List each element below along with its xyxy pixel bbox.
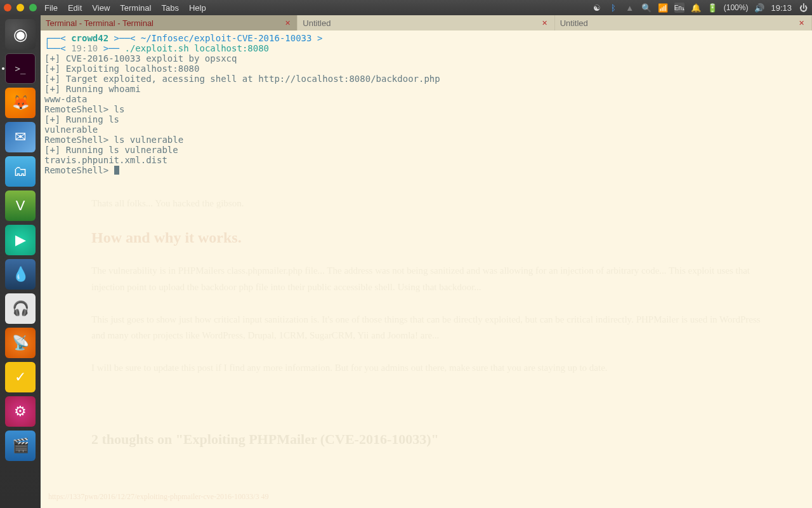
media-player-icon[interactable]: ▶ — [5, 225, 36, 255]
terminal-viewport[interactable]: ┌──< crowd42 >──< ~/Infosec/exploit-CVE-… — [41, 30, 812, 508]
menu-terminal[interactable]: Terminal — [120, 3, 151, 13]
files-icon[interactable]: 🗂 — [5, 156, 36, 187]
tab-label: Untitled — [560, 18, 588, 28]
bluetooth-icon[interactable]: ᛒ — [608, 3, 619, 13]
warning-icon[interactable]: ▲ — [625, 3, 635, 13]
window-controls — [4, 4, 37, 11]
podcast-icon[interactable]: 🎧 — [5, 293, 36, 324]
firefox-icon[interactable]: 🦊 — [5, 88, 36, 118]
top-menu-bar: File Edit View Terminal Tabs Help ☯ ᛒ ▲ … — [0, 0, 812, 15]
menu-help[interactable]: Help — [189, 3, 206, 13]
battery-icon[interactable]: 🔋 — [707, 3, 717, 13]
search-icon[interactable]: 🔍 — [641, 3, 652, 13]
tab-close-icon[interactable]: ✕ — [283, 18, 292, 27]
menu-view[interactable]: View — [92, 3, 110, 13]
clock[interactable]: 19:13 — [771, 3, 792, 13]
terminal-cursor — [114, 166, 119, 175]
thunderbird-icon[interactable]: ✉ — [5, 122, 36, 152]
dash-home-icon[interactable]: ◉ — [5, 19, 36, 50]
terminal-tabs-bar: Terminal - Terminal - Terminal ✕ Untitle… — [41, 15, 812, 30]
tab-untitled-2[interactable]: Untitled ✕ — [555, 15, 812, 30]
tab-close-icon[interactable]: ✕ — [797, 18, 806, 27]
launcher-dock: ◉ >_ 🦊 ✉ 🗂 V ▶ 💧 🎧 📡 ✓ ⚙ 🎬 — [0, 15, 41, 508]
menu-edit[interactable]: Edit — [68, 3, 82, 13]
window-maximize-button[interactable] — [29, 4, 37, 11]
window-minimize-button[interactable] — [16, 4, 24, 11]
notification-icon[interactable]: 🔔 — [691, 3, 701, 13]
terminal-app-icon[interactable]: >_ — [5, 53, 36, 84]
tab-untitled-1[interactable]: Untitled ✕ — [298, 15, 554, 30]
volume-icon[interactable]: 🔊 — [754, 3, 764, 13]
vim-icon[interactable]: V — [5, 190, 36, 221]
tab-label: Untitled — [303, 18, 331, 28]
menu-file[interactable]: File — [44, 3, 58, 13]
window-close-button[interactable] — [4, 4, 11, 11]
menu-items: File Edit View Terminal Tabs Help — [44, 3, 206, 13]
keyboard-lang-indicator[interactable]: En₁ — [674, 3, 684, 13]
app-indicator-icon[interactable]: ☯ — [592, 3, 602, 13]
settings-icon[interactable]: ⚙ — [5, 396, 36, 427]
video-app-icon[interactable]: 🎬 — [5, 431, 36, 461]
notes-icon[interactable]: ✓ — [5, 362, 36, 392]
rss-icon[interactable]: 📡 — [5, 328, 36, 358]
power-icon[interactable]: ⏻ — [798, 3, 808, 13]
tab-close-icon[interactable]: ✕ — [540, 18, 549, 27]
status-area: ☯ ᛒ ▲ 🔍 📶 En₁ 🔔 🔋 (100%) 🔊 19:13 ⏻ — [592, 3, 808, 13]
menu-tabs[interactable]: Tabs — [161, 3, 178, 13]
battery-percent: (100%) — [724, 3, 749, 12]
tab-terminal[interactable]: Terminal - Terminal - Terminal ✕ — [41, 15, 298, 30]
deluge-icon[interactable]: 💧 — [5, 259, 36, 290]
wifi-icon[interactable]: 📶 — [658, 3, 668, 13]
tab-label: Terminal - Terminal - Terminal — [46, 18, 154, 28]
